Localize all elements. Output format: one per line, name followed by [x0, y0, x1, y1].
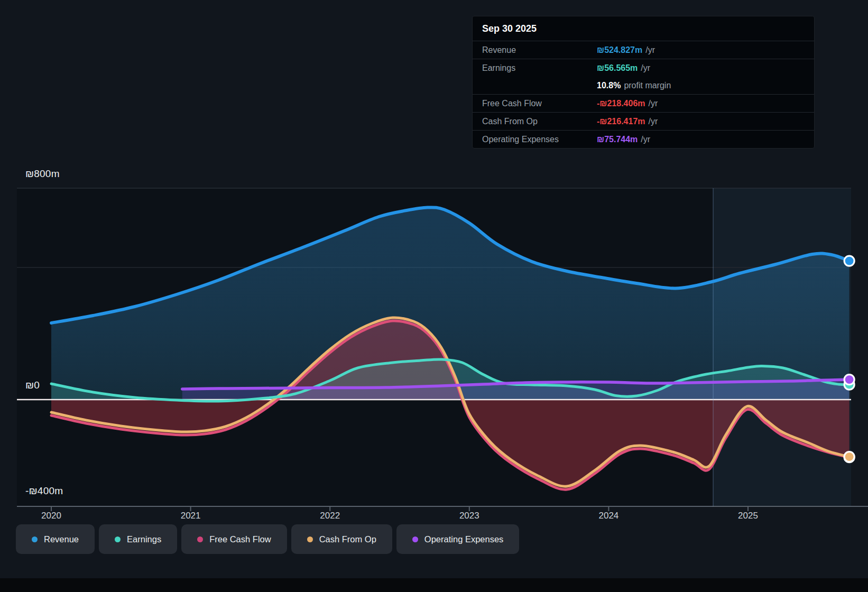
legend: Revenue Earnings Free Cash Flow Cash Fro…	[16, 524, 519, 554]
tooltip-row-label: Operating Expenses	[482, 135, 597, 144]
hover-tooltip: Sep 30 2025 Revenue ₪524.827m/yr Earning…	[472, 16, 815, 149]
tooltip-row-value: ₪524.827m	[597, 45, 642, 54]
tooltip-row-value: -₪218.406m	[597, 99, 645, 108]
legend-color-dot	[115, 536, 121, 542]
tooltip-row: Free Cash Flow -₪218.406m/yr	[473, 95, 814, 113]
legend-color-dot	[32, 536, 38, 542]
tooltip-row-suffix: /yr	[649, 117, 658, 126]
tooltip-row-label: Free Cash Flow	[482, 99, 597, 108]
legend-color-dot	[197, 536, 203, 542]
bottom-fade	[0, 578, 868, 592]
chart-widget: ₪800m₪0-₪400m202020212022202320242025 Se…	[0, 0, 868, 592]
endpoint-marker-revenue	[844, 256, 854, 266]
tooltip-row-label: Cash From Op	[482, 117, 597, 126]
tooltip-row: Operating Expenses ₪75.744m/yr	[473, 131, 814, 148]
tooltip-row-value: ₪56.565m	[597, 63, 638, 72]
x-axis-label-2022: 2022	[320, 511, 340, 521]
tooltip-profit-margin: 10.8%profit margin	[482, 77, 805, 94]
legend-item-revenue[interactable]: Revenue	[16, 524, 95, 554]
legend-color-dot	[307, 536, 313, 542]
legend-item-free-cash-flow[interactable]: Free Cash Flow	[181, 524, 287, 554]
x-axis-label-2023: 2023	[459, 511, 479, 521]
legend-item-earnings[interactable]: Earnings	[99, 524, 177, 554]
x-axis-label-2025: 2025	[738, 511, 758, 521]
tooltip-row-value: -₪216.417m	[597, 117, 645, 126]
tooltip-row-suffix: /yr	[641, 135, 650, 144]
legend-item-label: Free Cash Flow	[209, 534, 271, 544]
endpoint-marker-cash_from_op	[844, 452, 854, 462]
tooltip-row-label: Revenue	[482, 45, 597, 55]
y-axis-label-800: ₪800m	[25, 168, 60, 180]
y-axis-label-0: ₪0	[25, 380, 40, 391]
endpoint-marker-operating_expenses	[844, 375, 854, 385]
legend-item-operating-expenses[interactable]: Operating Expenses	[396, 524, 520, 554]
tooltip-row-suffix: /yr	[641, 63, 650, 72]
legend-item-label: Revenue	[44, 534, 79, 544]
tooltip-row-suffix: /yr	[645, 45, 655, 54]
tooltip-row: Earnings ₪56.565m/yr 10.8%profit margin	[473, 59, 814, 95]
legend-color-dot	[412, 536, 418, 542]
legend-item-label: Earnings	[127, 534, 161, 544]
tooltip-row: Revenue ₪524.827m/yr	[473, 41, 814, 59]
x-axis-label-2021: 2021	[181, 511, 201, 521]
x-axis-label-2020: 2020	[41, 511, 61, 521]
legend-item-cash-from-op[interactable]: Cash From Op	[291, 524, 392, 554]
tooltip-date: Sep 30 2025	[473, 16, 814, 41]
x-axis-label-2024: 2024	[598, 511, 618, 521]
tooltip-row-value: ₪75.744m	[597, 135, 638, 144]
legend-item-label: Operating Expenses	[424, 534, 504, 544]
tooltip-row-label: Earnings	[482, 63, 597, 73]
legend-item-label: Cash From Op	[319, 534, 376, 544]
y-axis-label--400: -₪400m	[25, 485, 63, 497]
tooltip-row: Cash From Op -₪216.417m/yr	[473, 113, 814, 131]
tooltip-row-suffix: /yr	[649, 99, 658, 108]
